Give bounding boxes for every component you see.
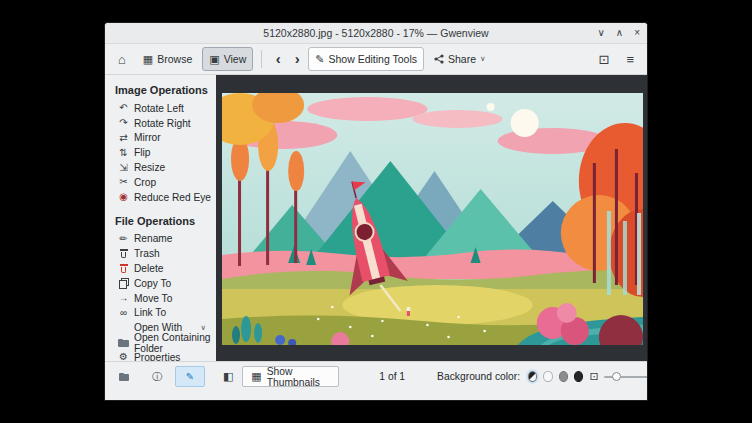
bg-color-auto-swatch[interactable]	[528, 371, 537, 382]
tab-folders[interactable]	[109, 366, 139, 387]
sidebar-item-rotate-right[interactable]: ↷ Rotate Right	[105, 116, 216, 131]
show-editing-tools-label: Show Editing Tools	[328, 53, 417, 65]
share-chevron-icon: ∨	[480, 55, 486, 63]
select-region-button[interactable]: ⊡	[592, 47, 617, 71]
bg-color-dark-swatch[interactable]	[574, 371, 583, 382]
sidebar-tabs: ⓘ ✎	[109, 366, 212, 387]
folder-tab-icon	[118, 371, 131, 382]
home-icon: ⌂	[118, 53, 126, 66]
zoom-slider-track	[604, 376, 648, 378]
close-button[interactable]: ×	[634, 28, 640, 38]
photo-illustration	[222, 93, 643, 345]
window-title: 5120x2880.jpg - 5120x2880 - 17% — Gwenvi…	[105, 23, 647, 43]
share-button[interactable]: Share ∨	[427, 47, 493, 71]
view-mode-icon: ▣	[209, 54, 219, 65]
resize-icon: ⇲	[117, 163, 130, 173]
pencil-tab-icon: ✎	[184, 372, 197, 382]
copy-icon	[117, 278, 130, 289]
rotate-right-icon: ↷	[117, 118, 130, 128]
sidebar-item-trash[interactable]: Trash	[105, 246, 216, 261]
sidebar-item-flip[interactable]: ⇅ Flip	[105, 145, 216, 160]
item-label: Properties	[134, 352, 180, 361]
image-count: 1 of 1	[379, 371, 405, 382]
info-icon: ⓘ	[151, 372, 164, 382]
show-thumbnails-button[interactable]: ▦ Show Thumbnails	[242, 366, 339, 387]
select-region-icon: ⊡	[599, 53, 610, 66]
sidebar-item-delete[interactable]: Delete	[105, 261, 216, 276]
open-with-chevron-icon: ∨	[201, 324, 207, 332]
image-operations-heading: Image Operations	[115, 84, 216, 96]
browse-mode-button[interactable]: ▦ Browse	[136, 47, 199, 71]
crop-icon: ✂	[117, 177, 130, 187]
operations-sidebar: Image Operations ↶ Rotate Left ↷ Rotate …	[105, 75, 216, 361]
background-color-label: Background color:	[437, 371, 520, 382]
main-area: Image Operations ↶ Rotate Left ↷ Rotate …	[105, 75, 647, 361]
sidebar-item-move-to[interactable]: → Move To	[105, 291, 216, 306]
item-label: Rename	[134, 233, 173, 244]
zoom-slider[interactable]	[604, 370, 648, 384]
minimize-button[interactable]: ∨	[598, 28, 605, 38]
maximize-button[interactable]: ∧	[616, 28, 623, 38]
item-label: Trash	[134, 248, 160, 259]
item-label: Resize	[134, 162, 165, 173]
flip-icon: ⇅	[117, 148, 130, 158]
sidebar-item-link-to[interactable]: ∞ Link To	[105, 306, 216, 321]
item-label: Delete	[134, 263, 163, 274]
item-label: Reduce Red Eye	[134, 192, 211, 203]
browse-label: Browse	[157, 53, 192, 65]
pager-icon: ◧	[223, 371, 233, 382]
move-arrow-icon: →	[117, 293, 130, 303]
sidebar-item-copy-to[interactable]: Copy To	[105, 276, 216, 291]
thumbnail-bar-toggle-button[interactable]: ◧	[220, 366, 236, 387]
tab-information[interactable]: ⓘ	[142, 366, 172, 387]
item-label: Flip	[134, 147, 150, 158]
sidebar-item-resize[interactable]: ⇲ Resize	[105, 160, 216, 175]
bg-color-light-swatch[interactable]	[543, 371, 552, 382]
show-editing-tools-button[interactable]: ✎ Show Editing Tools	[308, 47, 424, 71]
edit-pencil-icon: ✎	[315, 54, 324, 65]
trash-icon	[117, 248, 130, 259]
toolbar-separator	[261, 50, 262, 68]
gwenview-window: 5120x2880.jpg - 5120x2880 - 17% — Gwenvi…	[104, 22, 648, 401]
hamburger-menu-button[interactable]: ≡	[619, 47, 641, 71]
forward-button[interactable]: ›	[289, 48, 305, 70]
delete-trash-icon	[117, 263, 130, 274]
sidebar-item-crop[interactable]: ✂ Crop	[105, 175, 216, 190]
zoom-fit-icon[interactable]: ⊡	[589, 371, 598, 382]
zoom-slider-handle[interactable]	[612, 372, 621, 381]
back-button[interactable]: ‹	[270, 48, 286, 70]
main-toolbar: ⌂ ▦ Browse ▣ View ‹ › ✎ Show Editing Too…	[105, 44, 647, 75]
titlebar[interactable]: 5120x2880.jpg - 5120x2880 - 17% — Gwenvi…	[105, 23, 647, 44]
item-label: Open Containing Folder	[134, 332, 216, 354]
hamburger-icon: ≡	[626, 53, 634, 66]
rename-icon: ✏	[117, 234, 130, 244]
link-chain-icon: ∞	[117, 308, 130, 318]
status-controls: ◧ ▦ Show Thumbnails 1 of 1 Background co…	[220, 366, 648, 387]
window-controls: ∨ ∧ ×	[598, 23, 641, 43]
item-label: Move To	[134, 293, 172, 304]
view-label: View	[224, 53, 247, 65]
item-label: Crop	[134, 177, 156, 188]
bg-color-gray-swatch[interactable]	[559, 371, 568, 382]
rotate-left-icon: ↶	[117, 103, 130, 113]
item-label: Mirror	[134, 132, 161, 143]
properties-gear-icon: ⚙	[117, 352, 130, 361]
file-operations-heading: File Operations	[115, 215, 216, 227]
view-mode-button[interactable]: ▣ View	[202, 47, 253, 71]
thumbnails-grid-icon: ▦	[251, 371, 261, 382]
show-thumbnails-label: Show Thumbnails	[267, 366, 331, 388]
folder-icon	[117, 337, 130, 348]
image-viewport[interactable]	[216, 75, 647, 361]
sidebar-item-open-containing-folder[interactable]: Open Containing Folder	[105, 335, 216, 350]
home-button[interactable]: ⌂	[111, 47, 133, 71]
sidebar-item-rename[interactable]: ✏ Rename	[105, 232, 216, 247]
mirror-icon: ⇄	[117, 133, 130, 143]
red-eye-icon: ◉	[117, 192, 130, 202]
tab-operations[interactable]: ✎	[175, 366, 205, 387]
sidebar-item-rotate-left[interactable]: ↶ Rotate Left	[105, 101, 216, 116]
share-label: Share	[448, 53, 476, 65]
sidebar-item-reduce-red-eye[interactable]: ◉ Reduce Red Eye	[105, 190, 216, 205]
sidebar-item-mirror[interactable]: ⇄ Mirror	[105, 131, 216, 146]
item-label: Link To	[134, 307, 166, 318]
item-label: Rotate Left	[134, 103, 184, 114]
